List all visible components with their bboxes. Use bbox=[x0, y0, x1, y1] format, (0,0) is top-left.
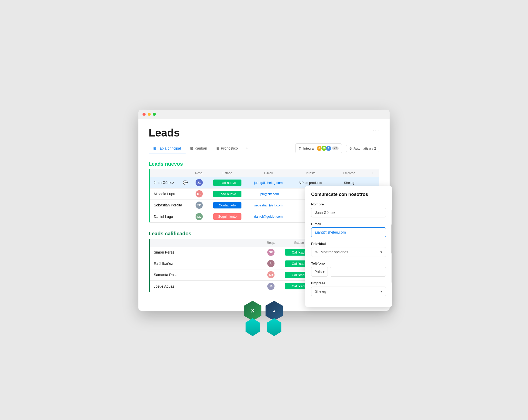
cell-name: Josué Aguas bbox=[153, 283, 261, 289]
tab-add-button[interactable]: + bbox=[242, 143, 251, 154]
avatar: SP bbox=[196, 202, 203, 209]
status-badge: Seguimiento bbox=[213, 213, 241, 220]
person-name: Juan Gómez bbox=[154, 181, 174, 185]
excel-envelope-shape bbox=[246, 318, 260, 336]
automate-label: Automatizar / 2 bbox=[354, 146, 376, 150]
avatar-initials: DL bbox=[197, 215, 201, 218]
kanban-icon: ⊟ bbox=[190, 146, 193, 150]
cell-status[interactable]: Seguimiento bbox=[209, 212, 245, 221]
avatar-initials: SP bbox=[197, 204, 201, 207]
avatar: SR bbox=[267, 271, 275, 278]
cell-name: Simón Pérez bbox=[153, 249, 261, 255]
person-name: Daniel Lugo bbox=[154, 215, 173, 219]
tab-pronostico[interactable]: ⊟ Pronóstico bbox=[212, 144, 242, 153]
avatar: JG bbox=[196, 179, 203, 186]
cell-name: Micaela Lupu bbox=[153, 191, 189, 197]
cell-resp: ML bbox=[189, 189, 209, 198]
browser-window: Leads ··· ⊞ Tabla principal ⊟ Kanban ⊟ P… bbox=[138, 110, 390, 311]
email-field-label: E-mail bbox=[311, 222, 386, 226]
new-leads-table-header: Resp. Estado E-mail Puesto Empresa + bbox=[150, 169, 379, 177]
app-content: Leads ··· ⊞ Tabla principal ⊟ Kanban ⊟ P… bbox=[138, 119, 390, 311]
tab-tabla-principal[interactable]: ⊞ Tabla principal bbox=[149, 144, 186, 153]
status-badge: Lead nuevo bbox=[213, 180, 241, 186]
cell-status[interactable]: Lead nuevo bbox=[209, 178, 245, 187]
monday-float: ▲ bbox=[266, 301, 283, 336]
status-badge: Lead nuevo bbox=[213, 191, 241, 197]
traffic-light-green[interactable] bbox=[153, 113, 156, 116]
group-new-title: Leads nuevos bbox=[149, 161, 183, 167]
country-select[interactable]: País ▾ bbox=[311, 267, 328, 277]
avatar-count: +2 bbox=[332, 146, 339, 150]
cell-name: Juan Gómez 💬 bbox=[153, 179, 189, 186]
puesto-text: VP de producto bbox=[299, 181, 322, 185]
cell-resp: JG bbox=[189, 178, 209, 187]
name-field-input[interactable] bbox=[311, 208, 386, 217]
col-puesto-header: Puesto bbox=[291, 171, 330, 175]
cell-name: Raúl Ibañez bbox=[153, 260, 261, 267]
email-link[interactable]: juang@sheleg.com bbox=[254, 181, 282, 185]
chevron-down-icon: ▾ bbox=[380, 250, 382, 254]
person-name: Josué Aguas bbox=[154, 284, 174, 288]
group-new-header: Leads nuevos bbox=[149, 161, 379, 169]
cell-name: Samanta Rosas bbox=[153, 272, 261, 278]
empresa-chevron-icon: ▾ bbox=[380, 289, 382, 293]
phone-field-label: Teléfono bbox=[311, 261, 386, 265]
automate-icon: ⊙ bbox=[349, 146, 352, 150]
avatar-3: A bbox=[326, 145, 332, 151]
empresa-value: Sheleg bbox=[315, 289, 326, 293]
person-name: Samanta Rosas bbox=[154, 273, 179, 277]
cell-empresa: Sheleg bbox=[330, 180, 368, 186]
cell-email: juang@sheleg.com bbox=[245, 180, 291, 186]
priority-select[interactable]: 👁 Mostrar opciones ▾ bbox=[311, 247, 386, 257]
country-chevron-icon: ▾ bbox=[323, 270, 324, 274]
empresa-field-label: Empresa bbox=[311, 281, 386, 285]
chat-icon[interactable]: 💬 bbox=[183, 180, 188, 185]
more-menu-button[interactable]: ··· bbox=[373, 127, 379, 133]
priority-placeholder: Mostrar opciones bbox=[321, 250, 348, 254]
monday-hex-shape: ▲ bbox=[266, 301, 283, 321]
col-resp-header: Resp. bbox=[189, 171, 209, 175]
integrate-button[interactable]: ⚙ Integrar G M A +2 bbox=[295, 143, 342, 153]
page-title: Leads bbox=[149, 127, 379, 139]
empresa-select[interactable]: Sheleg ▾ bbox=[311, 287, 386, 296]
avatar-group: G M A +2 bbox=[316, 145, 339, 151]
eye-icon: 👁 bbox=[315, 250, 319, 254]
country-label: País bbox=[314, 270, 322, 274]
traffic-light-yellow[interactable] bbox=[148, 113, 151, 116]
avatar: JA bbox=[267, 283, 275, 290]
avatar: ML bbox=[196, 190, 203, 197]
cell-resp: JA bbox=[261, 282, 281, 291]
excel-hex-shape: X bbox=[244, 301, 261, 321]
cell-name: Sebastián Peralta bbox=[153, 202, 189, 208]
email-link[interactable]: sebastian@sff.com bbox=[254, 203, 283, 207]
automate-button[interactable]: ⊙ Automatizar / 2 bbox=[346, 145, 379, 152]
col-name-header bbox=[153, 171, 189, 175]
avatar-initials: JG bbox=[197, 181, 201, 184]
cell-status[interactable]: Lead nuevo bbox=[209, 190, 245, 198]
person-name: Raúl Ibañez bbox=[154, 261, 173, 266]
cell-resp: SP bbox=[189, 201, 209, 210]
cell-status[interactable]: Contactado bbox=[209, 201, 245, 209]
person-name: Micaela Lupu bbox=[154, 192, 175, 196]
avatar-initials: SR bbox=[269, 273, 273, 276]
panel-title: Comunícate con nosotros bbox=[311, 192, 386, 197]
tab-kanban[interactable]: ⊟ Kanban bbox=[186, 144, 212, 153]
phone-row: País ▾ bbox=[311, 267, 386, 277]
tabs-left: ⊞ Tabla principal ⊟ Kanban ⊟ Pronóstico … bbox=[149, 143, 251, 154]
integrate-icon: ⚙ bbox=[299, 146, 302, 150]
phone-input[interactable] bbox=[330, 267, 386, 277]
cell-email: sebastian@sff.com bbox=[245, 202, 291, 208]
col-add-header[interactable]: + bbox=[368, 171, 376, 175]
cell-extra bbox=[368, 182, 376, 184]
excel-float: X bbox=[244, 301, 261, 336]
cell-email: lupu@zift.com bbox=[245, 191, 291, 197]
tab-pronostico-label: Pronóstico bbox=[221, 146, 238, 150]
field-group-name: Nombre bbox=[311, 202, 386, 217]
cell-name: Daniel Lugo bbox=[153, 214, 189, 220]
integrate-label: Integrar bbox=[303, 146, 315, 150]
scrollbar-thumb[interactable] bbox=[391, 224, 392, 254]
email-link[interactable]: lupu@zift.com bbox=[258, 192, 279, 196]
traffic-light-red[interactable] bbox=[143, 113, 146, 116]
email-link[interactable]: daniel@golder.com bbox=[254, 215, 282, 218]
email-field-input[interactable] bbox=[311, 227, 386, 237]
